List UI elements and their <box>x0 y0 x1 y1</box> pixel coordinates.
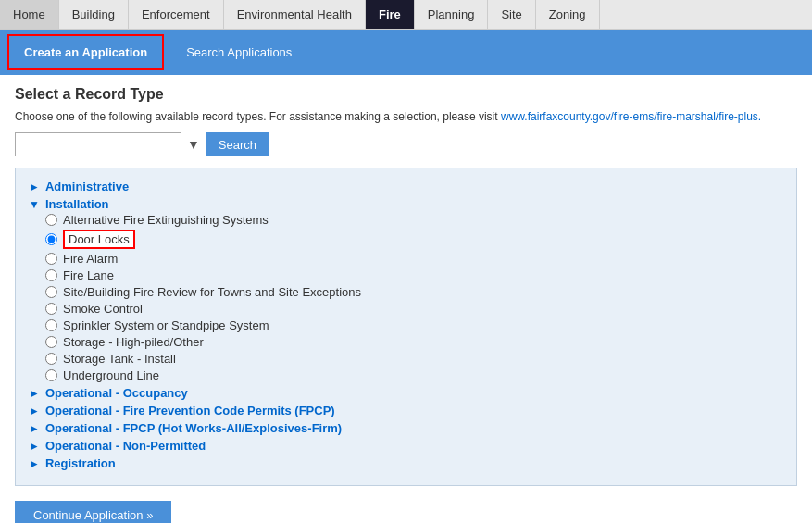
category-registration-label: Registration <box>45 456 116 470</box>
radio-underground-line-input[interactable] <box>45 369 57 381</box>
radio-underground-line[interactable]: Underground Line <box>45 368 783 382</box>
category-operational-hot-works-label: Operational - FPCP (Hot Works-All/Explos… <box>45 421 342 435</box>
search-input[interactable] <box>15 132 181 156</box>
tab-fire[interactable]: Fire <box>366 0 415 29</box>
arrow-operational-occupancy: ► <box>29 387 40 400</box>
radio-door-locks-input[interactable] <box>45 233 57 245</box>
tab-planning[interactable]: Planning <box>415 0 489 29</box>
radio-site-building-input[interactable] <box>45 286 57 298</box>
category-operational-non-permitted[interactable]: ► Operational - Non-Permitted <box>29 439 783 453</box>
radio-storage-tank-input[interactable] <box>45 353 57 365</box>
page-title: Select a Record Type <box>15 86 797 103</box>
radio-smoke-control[interactable]: Smoke Control <box>45 302 783 316</box>
radio-underground-line-label: Underground Line <box>63 368 159 382</box>
radio-door-locks[interactable]: Door Locks <box>45 230 783 249</box>
sub-navigation: Create an Application Search Application… <box>0 30 812 75</box>
radio-smoke-control-label: Smoke Control <box>63 302 143 316</box>
tab-environmental-health[interactable]: Environmental Health <box>224 0 366 29</box>
radio-site-building-label: Site/Building Fire Review for Towns and … <box>63 285 361 299</box>
help-text-main: Choose one of the following available re… <box>15 110 267 123</box>
record-type-area: ► Administrative ▼ Installation Alternat… <box>15 168 797 486</box>
help-link[interactable]: www.fairfaxcounty.gov/fire-ems/fire-mars… <box>501 110 761 123</box>
category-operational-non-permitted-label: Operational - Non-Permitted <box>45 439 206 453</box>
arrow-installation: ▼ <box>29 198 40 211</box>
radio-sprinkler-label: Sprinkler System or Standpipe System <box>63 318 269 332</box>
tab-site[interactable]: Site <box>488 0 535 29</box>
category-registration[interactable]: ► Registration <box>29 456 783 470</box>
tab-building[interactable]: Building <box>59 0 129 29</box>
installation-section: ▼ Installation Alternative Fire Extingui… <box>29 197 783 382</box>
category-operational-occupancy[interactable]: ► Operational - Occupancy <box>29 386 783 400</box>
radio-alternative-fire-input[interactable] <box>45 214 57 226</box>
radio-smoke-control-input[interactable] <box>45 303 57 315</box>
radio-fire-alarm-input[interactable] <box>45 253 57 265</box>
radio-storage-tank-label: Storage Tank - Install <box>63 352 176 366</box>
radio-site-building[interactable]: Site/Building Fire Review for Towns and … <box>45 285 783 299</box>
search-button[interactable]: Search <box>206 132 269 156</box>
radio-alternative-fire[interactable]: Alternative Fire Extinguishing Systems <box>45 213 783 227</box>
radio-storage-tank[interactable]: Storage Tank - Install <box>45 352 783 366</box>
arrow-administrative: ► <box>29 181 40 193</box>
help-text-extra2: For assistance making a selection, pleas… <box>269 110 498 123</box>
radio-fire-alarm-label: Fire Alarm <box>63 252 118 266</box>
search-row: ▼ Search <box>15 132 797 156</box>
radio-fire-lane[interactable]: Fire Lane <box>45 268 783 282</box>
radio-storage-high-input[interactable] <box>45 336 57 348</box>
radio-fire-alarm[interactable]: Fire Alarm <box>45 252 783 266</box>
arrow-registration: ► <box>29 457 40 470</box>
door-locks-label: Door Locks <box>63 230 135 249</box>
arrow-operational-fpcp: ► <box>29 405 40 417</box>
continue-application-button[interactable]: Continue Application » <box>15 501 171 523</box>
create-application-button[interactable]: Create an Application <box>7 34 164 70</box>
category-installation-label: Installation <box>45 197 109 211</box>
tab-zoning[interactable]: Zoning <box>536 0 600 29</box>
main-content: Select a Record Type Choose one of the f… <box>0 75 812 523</box>
filter-icon[interactable]: ▼ <box>187 137 200 152</box>
category-operational-hot-works[interactable]: ► Operational - FPCP (Hot Works-All/Expl… <box>29 421 783 435</box>
radio-fire-lane-label: Fire Lane <box>63 268 114 282</box>
help-text: Choose one of the following available re… <box>15 110 797 123</box>
radio-sprinkler-input[interactable] <box>45 319 57 331</box>
tab-home[interactable]: Home <box>0 0 59 29</box>
category-operational-occupancy-label: Operational - Occupancy <box>45 386 188 400</box>
radio-storage-high-label: Storage - High-piled/Other <box>63 335 204 349</box>
category-installation[interactable]: ▼ Installation <box>29 197 783 211</box>
radio-fire-lane-input[interactable] <box>45 269 57 281</box>
category-operational-fpcp[interactable]: ► Operational - Fire Prevention Code Per… <box>29 404 783 417</box>
search-applications-button[interactable]: Search Applications <box>171 36 306 68</box>
radio-sprinkler[interactable]: Sprinkler System or Standpipe System <box>45 318 783 332</box>
category-operational-fpcp-label: Operational - Fire Prevention Code Permi… <box>45 404 335 417</box>
category-administrative[interactable]: ► Administrative <box>29 180 783 193</box>
arrow-operational-non-permitted: ► <box>29 440 40 453</box>
tab-enforcement[interactable]: Enforcement <box>129 0 224 29</box>
radio-alternative-fire-label: Alternative Fire Extinguishing Systems <box>63 213 269 227</box>
top-navigation: Home Building Enforcement Environmental … <box>0 0 812 30</box>
radio-storage-high[interactable]: Storage - High-piled/Other <box>45 335 783 349</box>
category-administrative-label: Administrative <box>45 180 129 193</box>
arrow-operational-hot-works: ► <box>29 422 40 435</box>
